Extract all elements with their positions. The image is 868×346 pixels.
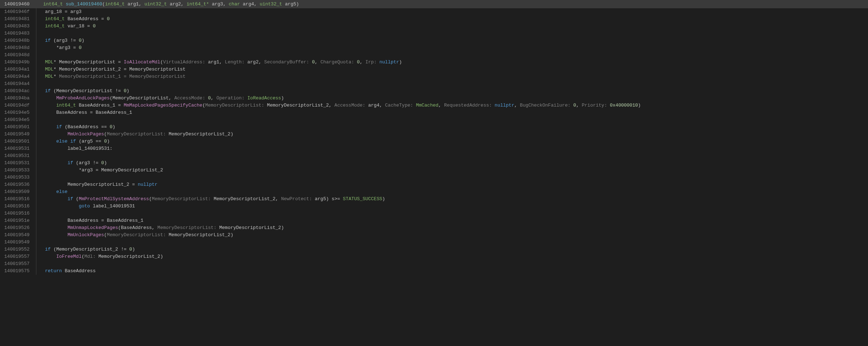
token-op[interactable]: ) bbox=[132, 247, 135, 252]
token-op[interactable]: ( bbox=[104, 131, 107, 137]
token-num[interactable]: 0x40000010 bbox=[610, 103, 638, 108]
code-line[interactable]: 140019575return BaseAddress bbox=[0, 268, 868, 275]
line-content[interactable] bbox=[38, 210, 67, 217]
token-op[interactable]: = bbox=[62, 9, 70, 14]
line-content[interactable]: if (MemoryDescriptorList != 0) bbox=[38, 87, 129, 95]
line-address[interactable]: 140019516 bbox=[0, 196, 36, 203]
token-op[interactable]: , bbox=[438, 103, 444, 108]
token-type[interactable]: MDL bbox=[45, 67, 53, 72]
code-line[interactable]: 1400194a4MDL* MemoryDescriptorList_1 = M… bbox=[0, 73, 868, 80]
token-op[interactable]: , bbox=[379, 103, 385, 108]
token-named-arg[interactable]: MemoryDescriptorList: bbox=[205, 103, 267, 108]
token-num[interactable]: 0 bbox=[573, 103, 576, 108]
token-num[interactable]: 0 bbox=[312, 59, 315, 65]
token-var[interactable]: MemoryDescriptorList_2 bbox=[267, 103, 329, 108]
token-op[interactable]: = bbox=[98, 16, 107, 22]
token-var[interactable]: arg3 bbox=[81, 167, 93, 173]
line-address[interactable]: 140019481 bbox=[0, 15, 36, 23]
token-op[interactable]: = bbox=[121, 67, 129, 72]
line-address[interactable]: 14001948d bbox=[0, 44, 36, 51]
token-call[interactable]: MmProbeAndLockPages bbox=[56, 95, 109, 101]
token-type[interactable]: MDL bbox=[45, 59, 53, 65]
token-num[interactable]: 0 bbox=[357, 59, 360, 65]
line-address[interactable]: 140019533 bbox=[0, 167, 36, 174]
token-call[interactable]: MmMapLockedPagesSpecifyCache bbox=[124, 103, 202, 108]
token-nullptr[interactable]: nullptr bbox=[380, 59, 399, 65]
line-address[interactable]: 140019501 bbox=[0, 123, 36, 131]
code-line[interactable]: 140019549 bbox=[0, 239, 868, 246]
code-line[interactable]: 140019552if (MemoryDescriptorList_2 != 0… bbox=[0, 246, 868, 253]
token-op[interactable] bbox=[62, 268, 65, 274]
token-var[interactable]: MemoryDescriptorList bbox=[59, 59, 115, 65]
token-var[interactable]: BaseAddress bbox=[67, 218, 98, 223]
line-content[interactable]: MDL* MemoryDescriptorList_2 = MemoryDesc… bbox=[38, 66, 185, 73]
line-address[interactable]: 1400194e5 bbox=[0, 116, 36, 123]
line-address[interactable]: 140019483 bbox=[0, 23, 36, 30]
token-var[interactable]: BaseAddress bbox=[56, 110, 87, 115]
line-address[interactable]: 140019549 bbox=[0, 239, 36, 246]
token-call[interactable]: IoAllocateMdl bbox=[124, 59, 160, 65]
token-var[interactable]: arg3 bbox=[79, 160, 90, 166]
token-keyword[interactable]: goto bbox=[79, 203, 90, 209]
token-op[interactable]: , bbox=[169, 95, 174, 101]
token-num[interactable]: 0 bbox=[101, 160, 104, 166]
code-line[interactable]: 14001946farg_18 = arg3 bbox=[0, 8, 868, 15]
line-address[interactable]: 1400194a1 bbox=[0, 66, 36, 73]
line-address[interactable]: 140019531 bbox=[0, 145, 36, 152]
token-op[interactable]: = bbox=[84, 23, 93, 29]
code-line[interactable]: 140019516 bbox=[0, 210, 868, 217]
token-keyword[interactable]: if bbox=[67, 160, 73, 166]
code-line[interactable]: 1400194e5 bbox=[0, 116, 868, 123]
token-var[interactable]: BaseAddress bbox=[67, 16, 98, 22]
line-address[interactable]: 140019552 bbox=[0, 246, 36, 253]
token-var[interactable]: BaseAddress_1 bbox=[95, 110, 132, 115]
code-line[interactable]: 1400194df int64_t BaseAddress_1 = MmMapL… bbox=[0, 102, 868, 109]
code-line[interactable]: 1400194e5 BaseAddress = BaseAddress_1 bbox=[0, 109, 868, 116]
line-address[interactable]: 14001948d bbox=[0, 51, 36, 59]
token-op[interactable]: = bbox=[98, 218, 107, 223]
header-address[interactable]: 140019460 bbox=[0, 1, 36, 7]
token-var[interactable]: MemoryDescriptorList bbox=[112, 95, 169, 101]
code-line[interactable]: 140019501 else if (arg5 == 0) bbox=[0, 138, 868, 145]
token-named-arg[interactable]: Length: bbox=[225, 59, 247, 65]
token-num[interactable]: 0 bbox=[129, 247, 132, 252]
token-var[interactable]: arg1 bbox=[208, 59, 219, 65]
token-named-arg[interactable]: MemoryDescriptorList: bbox=[152, 196, 214, 202]
token-type[interactable]: int64_t bbox=[45, 23, 65, 29]
code-line[interactable]: 140019516 if (MmProtectMdlSystemAddress(… bbox=[0, 196, 868, 203]
line-address[interactable]: 14001948b bbox=[0, 37, 36, 44]
line-address[interactable]: 140019557 bbox=[0, 260, 36, 268]
code-line[interactable]: 14001948d bbox=[0, 51, 868, 59]
token-var[interactable]: arg3 bbox=[56, 38, 67, 43]
line-content[interactable]: BaseAddress = BaseAddress_1 bbox=[38, 109, 132, 116]
code-line[interactable]: 14001951e BaseAddress = BaseAddress_1 bbox=[0, 217, 868, 224]
line-content[interactable]: MDL* MemoryDescriptorList = IoAllocateMd… bbox=[38, 59, 402, 66]
code-line[interactable]: 140019533 *arg3 = MemoryDescriptorList_2 bbox=[0, 167, 868, 174]
token-var[interactable]: arg5 bbox=[315, 196, 326, 202]
token-named-arg[interactable]: Irp: bbox=[365, 59, 379, 65]
code-line[interactable]: 14001948bif (arg3 != 0) bbox=[0, 37, 868, 44]
line-content[interactable]: else bbox=[38, 188, 67, 196]
line-address[interactable]: 140019549 bbox=[0, 131, 36, 138]
token-op[interactable] bbox=[76, 103, 79, 108]
token-op[interactable]: == bbox=[98, 124, 109, 130]
token-op[interactable]: , bbox=[315, 59, 321, 65]
token-op[interactable]: ( bbox=[51, 88, 57, 94]
line-content[interactable] bbox=[38, 174, 67, 181]
code-line[interactable]: 140019536 MemoryDescriptorList_2 = nullp… bbox=[0, 181, 868, 188]
token-op[interactable]: = bbox=[129, 182, 138, 187]
line-content[interactable]: if (arg3 != 0) bbox=[38, 159, 107, 167]
line-content[interactable]: int64_t BaseAddress = 0 bbox=[38, 15, 109, 23]
token-call[interactable]: MmUnlockPages bbox=[67, 131, 104, 137]
token-var[interactable]: BaseAddress bbox=[65, 268, 96, 274]
line-address[interactable]: 140019531 bbox=[0, 159, 36, 167]
token-var[interactable]: MemoryDescriptorList_2 bbox=[219, 225, 281, 230]
line-content[interactable]: if (arg3 != 0) bbox=[38, 37, 84, 44]
token-num[interactable]: 0 bbox=[107, 16, 110, 22]
code-line[interactable]: 140019531 if (arg3 != 0) bbox=[0, 159, 868, 167]
line-address[interactable]: 1400194df bbox=[0, 102, 36, 109]
token-op[interactable]: ) bbox=[160, 254, 163, 259]
token-type[interactable]: MDL bbox=[45, 74, 53, 79]
line-content[interactable]: MemoryDescriptorList_2 = nullptr bbox=[38, 181, 157, 188]
token-op[interactable]: ( bbox=[104, 232, 107, 238]
